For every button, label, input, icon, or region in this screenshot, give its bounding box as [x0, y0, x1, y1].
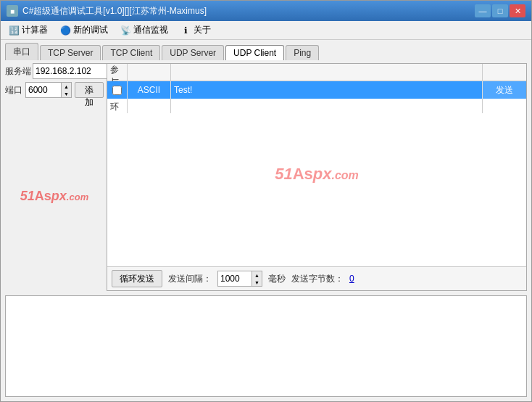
monitor-icon: 📡 [120, 25, 131, 36]
tab-tcp-server[interactable]: TCP Server [40, 45, 101, 60]
row-type: ASCII [128, 81, 171, 99]
menu-item-calculator[interactable]: 🔢 计算器 [4, 22, 52, 38]
table-header: 参与循环 类型 命令 发送 [107, 64, 526, 81]
title-bar-left: ■ C#超级通信调试工具[v1.0][][江苏常州-Maximus] [7, 5, 207, 17]
row-send-button[interactable]: 发送 [483, 81, 526, 99]
content-area: 服务端 端口 ▲ ▼ 添加 51Aspx.com 参 [1, 60, 531, 295]
port-spinner-buttons: ▲ ▼ [61, 83, 71, 97]
title-controls: — □ ✕ [475, 4, 525, 17]
tab-udp-client[interactable]: UDP Client [225, 45, 284, 60]
bottom-toolbar: 循环发送 发送间隔： ▲ ▼ 毫秒 发送字节数： 0 [107, 266, 526, 290]
bytes-value[interactable]: 0 [349, 274, 354, 284]
main-window: ■ C#超级通信调试工具[v1.0][][江苏常州-Maximus] — □ ✕… [0, 0, 532, 402]
menu-item-about[interactable]: ℹ 关于 [175, 22, 215, 38]
table-row[interactable]: ASCII Test! 发送 [107, 81, 526, 99]
watermark-left-text: 51Aspx.com [20, 189, 88, 204]
right-panel: 参与循环 类型 命令 发送 ASCII Test! 发送 [107, 63, 527, 291]
tab-tcp-client[interactable]: TCP Client [102, 45, 160, 60]
watermark-right: 51Aspx.com [275, 165, 359, 184]
ms-label: 毫秒 [268, 273, 286, 285]
window-title: C#超级通信调试工具[v1.0][][江苏常州-Maximus] [22, 5, 207, 17]
close-button[interactable]: ✕ [510, 4, 525, 17]
bytes-label: 发送字节数： [291, 273, 344, 285]
menu-monitor-label: 通信监视 [133, 24, 168, 36]
left-panel: 服务端 端口 ▲ ▼ 添加 51Aspx.com [5, 63, 104, 291]
minimize-button[interactable]: — [475, 4, 491, 17]
row-checkbox-cell [107, 81, 128, 99]
interval-label: 发送间隔： [168, 273, 212, 285]
port-label: 端口 [5, 84, 22, 97]
menu-item-monitor[interactable]: 📡 通信监视 [115, 22, 173, 38]
port-down-button[interactable]: ▼ [61, 90, 71, 97]
tabs-row: 串口 TCP Server TCP Client UDP Server UDP … [1, 40, 531, 60]
tab-ping[interactable]: Ping [286, 45, 319, 60]
window-icon: ■ [7, 5, 18, 17]
interval-down-button[interactable]: ▼ [252, 279, 262, 286]
maximize-button[interactable]: □ [492, 4, 508, 17]
add-button[interactable]: 添加 [75, 82, 104, 98]
title-bar: ■ C#超级通信调试工具[v1.0][][江苏常州-Maximus] — □ ✕ [1, 1, 531, 21]
row-command: Test! [171, 81, 483, 99]
port-row: 端口 ▲ ▼ 添加 [5, 82, 104, 98]
menu-calculator-label: 计算器 [22, 24, 48, 36]
port-input[interactable] [26, 83, 61, 97]
server-field: 服务端 [5, 63, 104, 79]
watermark-left: 51Aspx.com [5, 101, 104, 291]
calculator-icon: 🔢 [8, 25, 20, 36]
port-spinner: ▲ ▼ [25, 82, 72, 98]
new-icon: 🔵 [59, 25, 71, 36]
menu-bar: 🔢 计算器 🔵 新的调试 📡 通信监视 ℹ 关于 [1, 21, 531, 40]
interval-up-button[interactable]: ▲ [252, 271, 262, 279]
server-label: 服务端 [5, 65, 31, 78]
port-up-button[interactable]: ▲ [61, 83, 71, 90]
loop-send-button[interactable]: 循环发送 [112, 270, 162, 287]
row-checkbox[interactable] [112, 86, 122, 95]
interval-input[interactable] [218, 271, 252, 286]
interval-spinner-buttons: ▲ ▼ [252, 271, 262, 286]
menu-item-new[interactable]: 🔵 新的调试 [55, 22, 112, 38]
bottom-area [5, 295, 527, 397]
menu-new-label: 新的调试 [73, 24, 108, 36]
about-icon: ℹ [180, 25, 191, 36]
tab-udp-server[interactable]: UDP Server [162, 45, 224, 60]
table-body: ASCII Test! 发送 51Aspx.com [107, 81, 526, 266]
menu-about-label: 关于 [194, 24, 211, 36]
interval-spinner: ▲ ▼ [217, 271, 262, 287]
tab-serial[interactable]: 串口 [5, 43, 38, 60]
